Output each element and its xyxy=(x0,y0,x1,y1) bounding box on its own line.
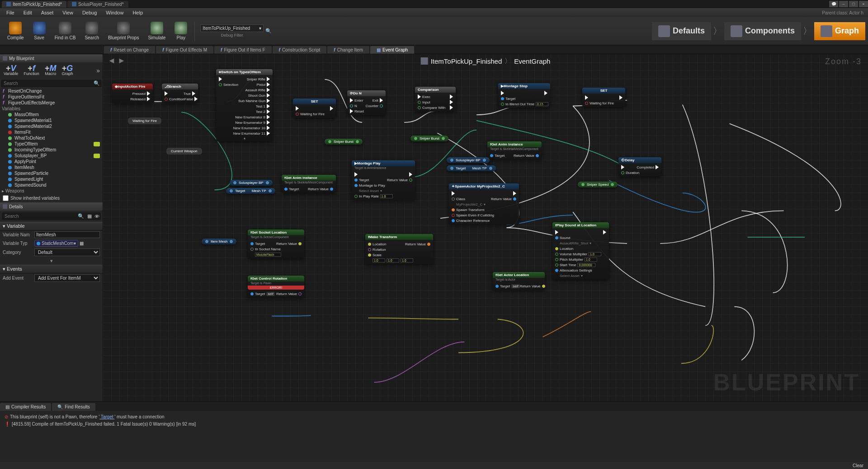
node-montage-stop[interactable]: ▶ Montage Stop Target In Blend Out Time xyxy=(498,83,550,108)
variable-item[interactable]: MassOfItem xyxy=(0,112,103,117)
debug-search-icon[interactable]: 🔍 xyxy=(265,28,272,34)
node-delay[interactable]: ⏲ Delay Completed Duration xyxy=(618,157,661,177)
show-inherited-checkbox[interactable] xyxy=(3,195,9,201)
node-solusplayer-mesh-var-2[interactable]: Target Mesh TP xyxy=(226,188,275,194)
eye-icon[interactable] xyxy=(94,142,100,146)
matrix-icon[interactable]: ▦ xyxy=(86,213,93,219)
details-search[interactable]: 🔍 ▦ 👁 xyxy=(2,212,101,220)
weapons-category[interactable]: ▸ Weapons xyxy=(0,188,103,194)
expand-icon[interactable]: ▾ xyxy=(0,257,103,265)
start-time-input[interactable] xyxy=(577,263,595,267)
add-event-dropdown[interactable]: Add Event For ItemM xyxy=(34,274,100,282)
node-get-control-rotation[interactable]: f Get Control Rotation Target is Pawn ER… xyxy=(248,276,304,298)
node-solusplayer-bp-var[interactable]: Solusplayer BP xyxy=(447,157,490,163)
node-set-waiting[interactable]: SET Waiting for Fire xyxy=(293,98,336,118)
node-sniper-speed-var[interactable]: Sniper Speed xyxy=(578,182,618,188)
minimize-button[interactable]: – xyxy=(839,1,848,7)
details-header[interactable]: Details xyxy=(0,202,103,211)
menu-window[interactable]: Window xyxy=(101,9,128,16)
tab-reset[interactable]: fReset on Change xyxy=(104,46,155,54)
variable-category-header[interactable]: ▾ Variable xyxy=(0,222,103,230)
search-input[interactable] xyxy=(1,80,92,87)
simulate-button[interactable]: Simulate xyxy=(143,19,170,44)
eye-icon[interactable] xyxy=(94,154,100,158)
eye-icon[interactable]: 👁 xyxy=(93,214,101,219)
node-get-actor-location[interactable]: f Get Actor Location Target is Actor Tar… xyxy=(493,272,545,290)
node-sniper-burst-var-2[interactable]: Sniper Burst xyxy=(410,136,448,141)
node-set-waiting-2[interactable]: SET Waiting for Fire xyxy=(582,88,625,107)
node-sniper-burst-var[interactable]: Sniper Burst xyxy=(325,139,363,145)
breadcrumb-asset[interactable]: ItemToPickUp_Finished xyxy=(431,57,502,65)
find-results-tab[interactable]: 🔍Find Results xyxy=(52,403,95,411)
add-macro-button[interactable]: +MMacro xyxy=(42,64,59,77)
menu-help[interactable]: Help xyxy=(128,9,147,16)
function-item[interactable]: FigureOutItemsFit xyxy=(0,94,103,100)
node-current-weapon-var[interactable]: Current Weapon xyxy=(166,148,202,155)
clear-button[interactable]: Clear xyxy=(853,463,863,468)
variables-category[interactable]: Variables xyxy=(0,106,103,112)
socket-name-input[interactable] xyxy=(255,253,281,257)
my-blueprint-search[interactable]: 🔍 xyxy=(1,80,102,87)
variable-item[interactable]: ApplyPoint xyxy=(0,159,103,164)
save-button[interactable]: Save xyxy=(28,19,50,44)
node-montage-play[interactable]: ▶ Montage Play Target is AnimInstance Ta… xyxy=(352,160,415,200)
grid-icon[interactable]: ▦ xyxy=(80,241,84,246)
close-button[interactable]: × xyxy=(859,1,868,7)
mode-graph[interactable]: Graph xyxy=(814,22,865,40)
tab-figure-items[interactable]: fFigure Out if Items F xyxy=(214,46,271,54)
compiler-results-tab[interactable]: ▤Compiler Results xyxy=(0,403,51,411)
tab-change-item[interactable]: fChange Item xyxy=(327,46,369,54)
node-branch[interactable]: ⎇ Branch True ConditionFalse xyxy=(162,84,198,103)
blend-time-input[interactable] xyxy=(536,102,548,106)
node-play-sound[interactable]: f Play Sound at Location Sound AssaultRi… xyxy=(552,222,609,280)
scale-y-input[interactable] xyxy=(387,258,399,263)
play-button[interactable]: Play xyxy=(170,19,192,44)
window-tab-item[interactable]: ItemToPickUp_Finished* xyxy=(2,1,66,8)
error-link-target[interactable]: Target xyxy=(99,414,114,419)
node-spawn-actor[interactable]: ✦ SpawnActor MyProjectile2_C ClassReturn… xyxy=(449,183,519,225)
volume-input[interactable] xyxy=(589,252,601,256)
node-waiting-for-fire-var[interactable]: Waiting for Fire xyxy=(128,117,161,124)
menu-file[interactable]: File xyxy=(2,9,19,16)
node-do-n[interactable]: ⟳ Do N EnterExit NCounter Reset xyxy=(347,90,386,115)
variable-item[interactable]: TypeOfItem xyxy=(0,141,103,147)
variable-type-dropdown[interactable]: StaticMeshCom▾ xyxy=(34,240,78,247)
mode-defaults[interactable]: Defaults xyxy=(652,22,711,40)
menu-asset[interactable]: Asset xyxy=(37,9,58,16)
feedback-icon[interactable]: 💬 xyxy=(829,1,838,7)
variable-item[interactable]: IncomingTypeOfItem xyxy=(0,147,103,153)
variable-item[interactable]: ItemsFit xyxy=(0,129,103,135)
scale-x-input[interactable] xyxy=(373,258,385,263)
node-switch-on-types[interactable]: ⎆ Switch on TypesOfItem Sniper Rifle Sel… xyxy=(216,69,273,141)
debug-object-dropdown[interactable]: ItemToPickUp_Finished▾ xyxy=(200,24,264,32)
node-comparison[interactable]: Comparison Exec Input Compare With xyxy=(415,87,456,112)
node-input-action-fire[interactable]: ◈ InputAction Fire Pressed Released xyxy=(112,84,153,103)
find-in-cb-button[interactable]: Find in CB xyxy=(50,19,80,44)
add-function-button[interactable]: +fFunction xyxy=(21,64,42,77)
variable-item[interactable]: SpawnedMaterial1 xyxy=(0,117,103,123)
function-item[interactable]: ResetOnChange xyxy=(0,88,103,94)
blueprint-props-button[interactable]: Blueprint Props xyxy=(104,19,143,44)
events-category-header[interactable]: ▾ Events xyxy=(0,265,103,273)
compiler-error-row[interactable]: ⊘This blueprint (self) is not a Pawn, th… xyxy=(5,413,863,421)
node-solusplayer-bp-var-2[interactable]: Solusplayer BP xyxy=(230,180,273,186)
node-item-mesh-var[interactable]: Item Mesh xyxy=(202,239,236,244)
node-solusplayer-mesh-var[interactable]: Target Mesh TP xyxy=(447,165,496,171)
variable-item[interactable]: SpawnedSound xyxy=(0,182,103,188)
window-tab-solus[interactable]: SolusPlayer_Finished* xyxy=(67,1,128,8)
scale-z-input[interactable] xyxy=(401,258,413,263)
category-dropdown[interactable]: Default xyxy=(34,249,100,256)
play-rate-input[interactable] xyxy=(380,194,393,198)
node-get-anim-instance-2[interactable]: f Get Anim Instance Target is SkeletalMe… xyxy=(487,141,542,159)
variable-item[interactable]: SpawnedMaterial2 xyxy=(0,123,103,129)
add-variable-button[interactable]: +VVariable xyxy=(1,64,21,77)
details-search-input[interactable] xyxy=(2,212,76,220)
add-graph-button[interactable]: +GGraph xyxy=(59,64,75,77)
event-graph-canvas[interactable]: ◄ ► ItemToPickUp_Finished 〉 EventGraph Z… xyxy=(103,54,868,401)
node-get-anim-instance[interactable]: f Get Anim Instance Target is SkeletalMe… xyxy=(282,175,336,193)
search-button[interactable]: Search xyxy=(80,19,104,44)
variable-item[interactable]: Solusplayer_BP xyxy=(0,153,103,159)
variable-item[interactable]: ItemMesh xyxy=(0,164,103,170)
node-make-transform[interactable]: f Make Transform LocationReturn Value Ro… xyxy=(365,234,433,264)
expand-icon[interactable]: » xyxy=(94,65,102,76)
